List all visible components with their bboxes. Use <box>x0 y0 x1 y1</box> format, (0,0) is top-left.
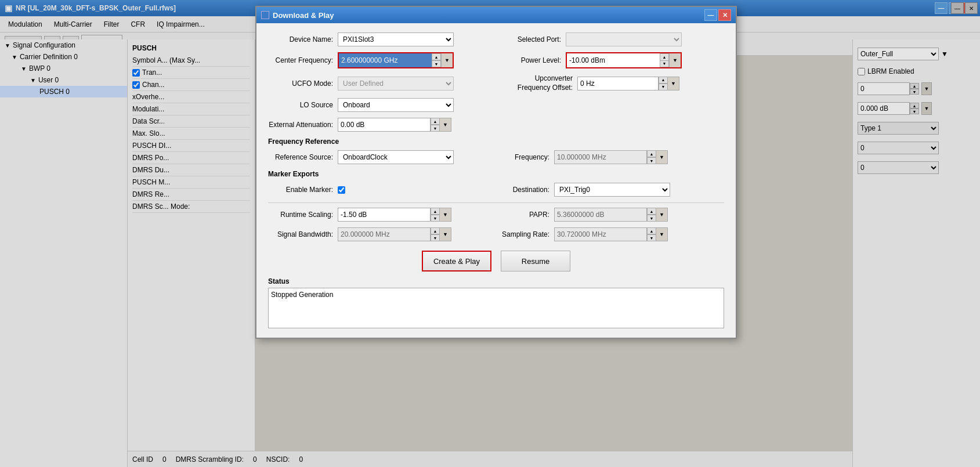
upconverter-down[interactable]: ▼ <box>659 84 668 90</box>
upconverter-field-group: ▲ ▼ ▼ <box>577 77 679 90</box>
power-level-dropdown[interactable]: ▼ <box>669 53 681 67</box>
status-header: Status <box>268 277 724 285</box>
sbw-dropdown[interactable]: ▼ <box>440 227 451 241</box>
dialog-body: Device Name: PXI1Slot3 Selected Port: Ce… <box>256 23 736 338</box>
papr-group: ▲ ▼ ▼ <box>554 208 668 222</box>
ext-atten-up[interactable]: ▲ <box>431 118 440 125</box>
marker-exports-header: Marker Exports <box>268 170 724 178</box>
dialog-icon <box>261 11 269 19</box>
power-level-group: ▲ ▼ ▼ <box>566 52 682 68</box>
ext-atten-dropdown[interactable]: ▼ <box>440 118 451 132</box>
ext-atten-row: External Attenuation: ▲ ▼ ▼ <box>268 118 724 132</box>
freq-ref-header: Frequency Reference <box>268 137 724 146</box>
frequency-group: ▲ ▼ ▼ <box>554 150 668 164</box>
frequency-input[interactable] <box>554 150 647 164</box>
device-name-label: Device Name: <box>268 35 338 44</box>
destination-label: Destination: <box>496 186 554 194</box>
papr-input[interactable] <box>554 208 647 222</box>
ucfo-select[interactable]: User Defined <box>338 77 454 90</box>
upconverter-up[interactable]: ▲ <box>659 77 668 84</box>
ucfo-row: UCFO Mode: User Defined UpconverterFrequ… <box>268 74 724 92</box>
ref-source-row: Reference Source: OnboardClock Frequency… <box>268 150 724 164</box>
selected-port-select[interactable] <box>566 32 682 46</box>
runtime-scaling-row: Runtime Scaling: ▲ ▼ ▼ PAPR: ▲ ▼ <box>268 208 724 222</box>
device-name-select[interactable]: PXI1Slot3 <box>338 32 454 46</box>
papr-label: PAPR: <box>496 211 554 219</box>
freq-down[interactable]: ▼ <box>647 157 656 164</box>
rs-down[interactable]: ▼ <box>431 215 440 222</box>
center-freq-dropdown[interactable]: ▼ <box>441 53 453 67</box>
ref-source-select[interactable]: OnboardClock <box>338 150 454 164</box>
dialog-close-btn[interactable]: ✕ <box>718 9 731 21</box>
enable-marker-checkbox[interactable] <box>338 186 345 194</box>
dialog-minimize-btn[interactable]: — <box>704 9 717 21</box>
sbw-up[interactable]: ▲ <box>431 227 440 234</box>
power-level-up[interactable]: ▲ <box>660 53 669 60</box>
dialog-controls: — ✕ <box>704 9 731 21</box>
action-buttons-row: Create & Play Resume <box>268 251 724 271</box>
ucfo-label: UCFO Mode: <box>268 79 338 88</box>
sampling-rate-label: Sampling Rate: <box>496 230 554 238</box>
enable-marker-label: Enable Marker: <box>268 186 338 194</box>
resume-button[interactable]: Resume <box>501 251 570 271</box>
signal-bw-group: ▲ ▼ ▼ <box>338 227 451 241</box>
sbw-down[interactable]: ▼ <box>431 234 440 241</box>
lo-source-select[interactable]: Onboard <box>338 98 454 112</box>
frequency-label: Frequency: <box>496 153 554 161</box>
center-freq-label: Center Frequency: <box>268 56 338 64</box>
rs-up[interactable]: ▲ <box>431 208 440 215</box>
papr-up[interactable]: ▲ <box>647 208 656 215</box>
ext-atten-down[interactable]: ▼ <box>431 125 440 132</box>
runtime-scaling-label: Runtime Scaling: <box>268 211 338 219</box>
dialog-title: Download & Play <box>273 11 334 20</box>
center-freq-down[interactable]: ▼ <box>432 60 441 67</box>
create-play-button[interactable]: Create & Play <box>422 251 491 271</box>
status-box: Stopped Generation <box>268 288 724 328</box>
signal-bw-row: Signal Bandwidth: ▲ ▼ ▼ Sampling Rate: ▲ <box>268 227 724 241</box>
power-level-down[interactable]: ▼ <box>660 60 669 68</box>
center-freq-group: ▲ ▼ ▼ <box>338 52 454 68</box>
rs-dropdown[interactable]: ▼ <box>440 208 451 222</box>
runtime-scaling-group: ▲ ▼ ▼ <box>338 208 451 222</box>
sr-up[interactable]: ▲ <box>647 227 656 234</box>
destination-select[interactable]: PXI_Trig0 <box>554 183 670 197</box>
upconverter-input[interactable] <box>577 77 659 90</box>
sr-down[interactable]: ▼ <box>647 234 656 241</box>
selected-port-label: Selected Port: <box>496 35 566 44</box>
divider1 <box>268 202 724 203</box>
papr-dropdown[interactable]: ▼ <box>656 208 668 222</box>
sr-dropdown[interactable]: ▼ <box>656 227 668 241</box>
ext-atten-input[interactable] <box>338 118 431 132</box>
center-freq-up[interactable]: ▲ <box>432 53 441 60</box>
sampling-rate-group: ▲ ▼ ▼ <box>554 227 668 241</box>
center-freq-row: Center Frequency: ▲ ▼ ▼ Power Level: <box>268 52 724 68</box>
power-level-label: Power Level: <box>496 56 566 64</box>
device-name-row: Device Name: PXI1Slot3 Selected Port: <box>268 32 724 46</box>
freq-up[interactable]: ▲ <box>647 150 656 157</box>
sampling-rate-input[interactable] <box>554 227 647 241</box>
freq-dropdown[interactable]: ▼ <box>656 150 668 164</box>
status-section: Status Stopped Generation <box>268 277 724 328</box>
download-play-dialog: Download & Play — ✕ Device Name: PXI1Slo… <box>255 6 737 339</box>
lo-source-row: LO Source Onboard <box>268 98 724 112</box>
signal-bw-label: Signal Bandwidth: <box>268 230 338 238</box>
ref-source-label: Reference Source: <box>268 153 338 161</box>
runtime-scaling-input[interactable] <box>338 208 431 222</box>
center-freq-input[interactable] <box>339 53 432 67</box>
upconverter-label: UpconverterFrequency Offset: <box>496 74 577 92</box>
signal-bw-input[interactable] <box>338 227 431 241</box>
dialog-titlebar: Download & Play — ✕ <box>256 7 736 23</box>
power-level-input[interactable] <box>567 53 660 67</box>
lo-source-label: LO Source <box>268 101 338 109</box>
upconverter-dropdown[interactable]: ▼ <box>668 77 679 90</box>
enable-marker-row: Enable Marker: Destination: PXI_Trig0 <box>268 183 724 197</box>
ext-atten-label: External Attenuation: <box>268 121 338 129</box>
papr-down[interactable]: ▼ <box>647 215 656 222</box>
status-text: Stopped Generation <box>271 291 333 299</box>
ext-atten-group: ▲ ▼ ▼ <box>338 118 451 132</box>
